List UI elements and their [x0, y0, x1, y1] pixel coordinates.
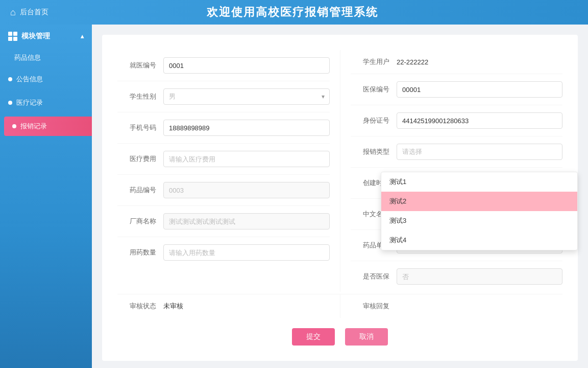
drug-number-label: 药品编号	[117, 186, 163, 195]
manufacturer-row: 厂商名称	[117, 206, 330, 237]
gender-label: 学生性别	[117, 92, 163, 101]
top-header: ⌂ 后台首页 欢迎使用高校医疗报销管理系统	[0, 0, 588, 25]
dosage-input[interactable]	[163, 244, 330, 261]
medical-number-input[interactable]	[163, 57, 330, 74]
module-label: 模块管理	[21, 32, 50, 41]
sidebar-item-medical-record[interactable]: 医疗记录	[0, 93, 92, 112]
module-collapse-icon	[81, 33, 84, 40]
form-card: 就医编号 学生性别 男	[102, 35, 578, 361]
dropdown-option-2[interactable]: 测试2	[381, 192, 577, 211]
grid-icon	[8, 32, 17, 41]
is-insurance-label: 是否医保	[351, 272, 397, 281]
drug-number-row: 药品编号	[117, 175, 330, 206]
phone-label: 手机号码	[117, 123, 163, 132]
student-user-value: 22-222222	[397, 58, 428, 66]
reimbursement-type-row: 报销类型 请选择	[351, 136, 562, 168]
cancel-button[interactable]: 取消	[345, 328, 388, 346]
student-user-row: 学生用户 22-222222	[351, 50, 562, 74]
id-card-label: 身份证号	[351, 116, 397, 125]
gender-row: 学生性别 男	[117, 81, 330, 112]
nav-dot	[8, 101, 12, 105]
medical-fee-row: 医疗费用	[117, 144, 330, 175]
gender-value: 男	[169, 92, 176, 101]
audit-reply-row: 审核回复	[351, 294, 562, 318]
id-card-row: 身份证号	[351, 105, 562, 136]
insurance-number-row: 医保编号	[351, 74, 562, 105]
audit-status-row: 审核状态 未审核	[117, 294, 330, 318]
back-label: 后台首页	[20, 8, 48, 17]
audit-status-label: 审核状态	[117, 302, 163, 311]
home-icon: ⌂	[10, 7, 16, 18]
phone-input[interactable]	[163, 120, 330, 136]
gender-select-wrapper: 男	[163, 88, 330, 105]
medical-fee-input[interactable]	[163, 151, 330, 167]
drug-number-input	[163, 182, 330, 198]
form-right-column: 学生用户 22-222222 医保编号 身份证号	[340, 50, 562, 292]
medical-number-label: 就医编号	[117, 61, 163, 70]
main-content: 就医编号 学生性别 男	[92, 25, 588, 368]
audit-reply-col: 审核回复	[340, 294, 562, 318]
phone-row: 手机号码	[117, 112, 330, 144]
option-2-label: 测试2	[389, 197, 406, 205]
medical-fee-label: 医疗费用	[117, 154, 163, 164]
reimbursement-type-placeholder: 请选择	[402, 147, 422, 156]
header-title: 欢迎使用高校医疗报销管理系统	[207, 5, 378, 20]
dropdown-option-4[interactable]: 测试4	[381, 231, 577, 250]
option-1-label: 测试1	[389, 178, 406, 186]
insurance-number-input[interactable]	[397, 81, 562, 98]
module-management-header[interactable]: 模块管理	[0, 25, 92, 48]
reimbursement-type-label: 报销类型	[351, 147, 397, 156]
nav-dot	[12, 124, 16, 128]
sidebar-reimbursement-label: 报销记录	[20, 122, 47, 131]
sidebar-medical-label: 医疗记录	[16, 98, 43, 107]
sidebar-drug-label: 药品信息	[14, 54, 41, 61]
reimbursement-type-dropdown: 测试1 测试2 测试3 测试4	[381, 172, 578, 250]
dosage-label: 用药数量	[117, 248, 163, 257]
manufacturer-input	[163, 213, 330, 229]
gender-select[interactable]: 男	[163, 88, 330, 105]
dropdown-option-1[interactable]: 测试1	[381, 172, 577, 192]
reimbursement-type-select-wrapper: 请选择	[397, 144, 562, 160]
id-card-input[interactable]	[397, 112, 562, 129]
sidebar: 模块管理 药品信息 公告信息 医疗记录 报销记录	[0, 25, 92, 368]
form-actions: 提交 取消	[117, 318, 562, 351]
audit-status-value: 未审核	[163, 302, 183, 311]
manufacturer-label: 厂商名称	[117, 217, 163, 226]
is-insurance-input	[397, 268, 562, 285]
audit-status-col: 审核状态 未审核	[117, 294, 340, 318]
option-3-label: 测试3	[389, 217, 406, 224]
header-back[interactable]: ⌂ 后台首页	[10, 7, 48, 18]
dropdown-option-3[interactable]: 测试3	[381, 211, 577, 231]
nav-dot	[8, 77, 12, 81]
form-left-column: 就医编号 学生性别 男	[117, 50, 340, 292]
sidebar-announcement-label: 公告信息	[16, 75, 43, 84]
option-4-label: 测试4	[389, 236, 406, 244]
insurance-number-label: 医保编号	[351, 85, 397, 94]
is-insurance-row: 是否医保	[351, 261, 562, 292]
dosage-row: 用药数量	[117, 237, 330, 268]
student-user-label: 学生用户	[351, 57, 397, 66]
medical-number-row: 就医编号	[117, 50, 330, 81]
audit-reply-label: 审核回复	[351, 302, 397, 311]
submit-button[interactable]: 提交	[292, 328, 335, 346]
reimbursement-type-select[interactable]: 请选择	[397, 144, 562, 160]
sidebar-item-announcement[interactable]: 公告信息	[0, 70, 92, 89]
gender-dropdown-arrow	[322, 93, 325, 100]
sidebar-item-reimbursement[interactable]: 报销记录	[4, 117, 92, 136]
sidebar-item-drug-info[interactable]: 药品信息	[0, 48, 92, 67]
